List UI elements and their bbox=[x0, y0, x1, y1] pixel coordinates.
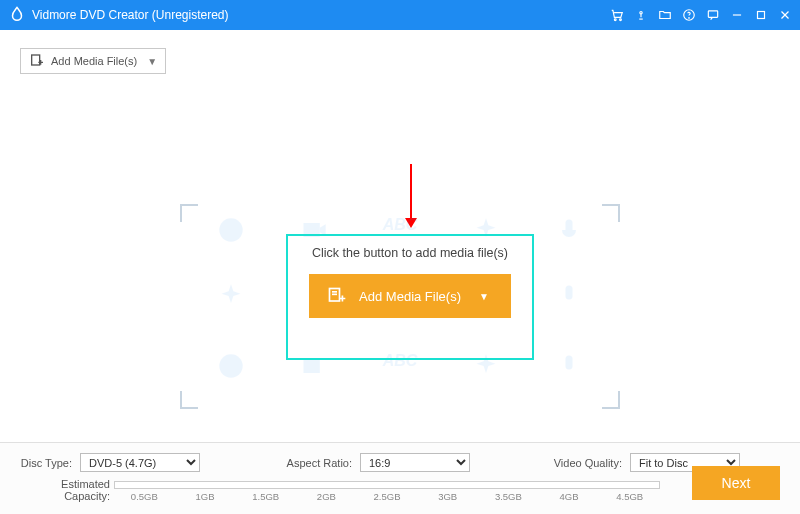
mic-icon bbox=[555, 282, 583, 310]
add-media-button[interactable]: Add Media File(s) ▼ bbox=[20, 48, 166, 74]
disc-type-select[interactable]: DVD-5 (4.7G) bbox=[80, 453, 200, 472]
disc-type-label: Disc Type: bbox=[20, 457, 72, 469]
svg-point-2 bbox=[640, 12, 642, 14]
tick: 3.5GB bbox=[478, 491, 539, 502]
aspect-ratio-label: Aspect Ratio: bbox=[268, 457, 352, 469]
svg-rect-19 bbox=[565, 356, 572, 370]
svg-rect-18 bbox=[303, 359, 319, 373]
tick: 3GB bbox=[417, 491, 478, 502]
sparkle-icon bbox=[217, 282, 245, 310]
drop-hint-text: Click the button to add media file(s) bbox=[286, 246, 534, 260]
add-media-big-button[interactable]: Add Media File(s) ▼ bbox=[309, 274, 511, 318]
svg-point-0 bbox=[614, 19, 616, 21]
titlebar-actions bbox=[610, 8, 792, 22]
chevron-down-icon: ▼ bbox=[479, 291, 489, 302]
svg-point-11 bbox=[220, 218, 243, 241]
video-quality-label: Video Quality: bbox=[538, 457, 622, 469]
app-title: Vidmore DVD Creator (Unregistered) bbox=[32, 8, 229, 22]
mic-icon bbox=[555, 216, 583, 244]
title-bar: Vidmore DVD Creator (Unregistered) bbox=[0, 0, 800, 30]
add-media-big-label: Add Media File(s) bbox=[359, 289, 461, 304]
bottom-bar: Disc Type: DVD-5 (4.7G) Aspect Ratio: 16… bbox=[0, 442, 800, 514]
tick: 1.5GB bbox=[235, 491, 296, 502]
svg-rect-16 bbox=[565, 286, 572, 300]
toolbar: Add Media File(s) ▼ bbox=[0, 30, 800, 74]
settings-row: Disc Type: DVD-5 (4.7G) Aspect Ratio: 16… bbox=[0, 443, 800, 472]
tick: 4GB bbox=[539, 491, 600, 502]
film-icon bbox=[217, 216, 245, 244]
mic-icon bbox=[555, 352, 583, 380]
app-logo-icon bbox=[8, 6, 26, 24]
svg-rect-10 bbox=[32, 55, 40, 65]
folder-icon[interactable] bbox=[658, 8, 672, 22]
capacity-ticks: 0.5GB 1GB 1.5GB 2GB 2.5GB 3GB 3.5GB 4GB … bbox=[114, 491, 660, 502]
capacity-label: Estimated Capacity: bbox=[20, 478, 114, 502]
corner-decoration bbox=[180, 391, 198, 409]
main-area: ABC ABC ABC Click the button to add medi… bbox=[0, 74, 800, 424]
svg-point-17 bbox=[220, 354, 243, 377]
tick: 0.5GB bbox=[114, 491, 175, 502]
tick: 2GB bbox=[296, 491, 357, 502]
feedback-icon[interactable] bbox=[706, 8, 720, 22]
film-icon bbox=[217, 352, 245, 380]
add-media-label: Add Media File(s) bbox=[51, 55, 137, 67]
aspect-ratio-select[interactable]: 16:9 bbox=[360, 453, 470, 472]
capacity-track bbox=[114, 481, 660, 489]
capacity-scale: 0.5GB 1GB 1.5GB 2GB 2.5GB 3GB 3.5GB 4GB … bbox=[114, 479, 660, 501]
corner-decoration bbox=[602, 391, 620, 409]
svg-rect-7 bbox=[758, 12, 765, 19]
svg-rect-5 bbox=[708, 11, 717, 17]
chevron-down-icon: ▼ bbox=[147, 56, 157, 67]
svg-point-4 bbox=[689, 18, 690, 19]
tick: 2.5GB bbox=[357, 491, 418, 502]
minimize-icon[interactable] bbox=[730, 8, 744, 22]
center-content: Click the button to add media file(s) Ad… bbox=[286, 246, 534, 318]
add-file-icon bbox=[327, 286, 347, 306]
tick: 1GB bbox=[175, 491, 236, 502]
next-button[interactable]: Next bbox=[692, 466, 780, 500]
maximize-icon[interactable] bbox=[754, 8, 768, 22]
help-icon[interactable] bbox=[682, 8, 696, 22]
capacity-row: Estimated Capacity: 0.5GB 1GB 1.5GB 2GB … bbox=[0, 472, 800, 502]
svg-point-1 bbox=[620, 19, 622, 21]
register-icon[interactable] bbox=[634, 8, 648, 22]
close-icon[interactable] bbox=[778, 8, 792, 22]
add-file-icon bbox=[29, 53, 45, 69]
cart-icon[interactable] bbox=[610, 8, 624, 22]
tick: 4.5GB bbox=[599, 491, 660, 502]
